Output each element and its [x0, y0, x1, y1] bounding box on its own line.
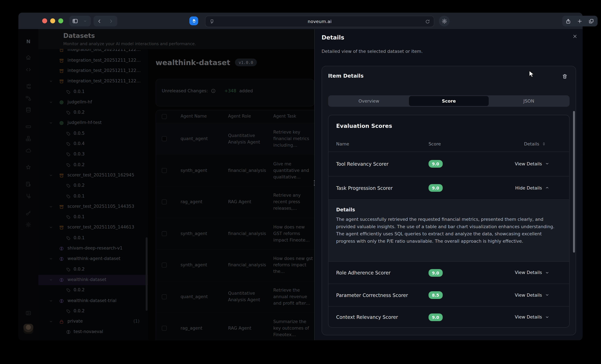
content-blocker-extension-button[interactable]	[189, 17, 198, 25]
sidebar-toggle-button[interactable]	[70, 16, 81, 26]
evaluation-scores-title: Evaluation Scores	[336, 123, 392, 129]
sort-icon[interactable]	[541, 142, 546, 146]
url-text: noveum.ai	[219, 19, 421, 24]
back-icon	[97, 19, 102, 24]
eval-column-name: Name	[336, 141, 349, 147]
expanded-details-text: The agent successfully retrieved the req…	[336, 216, 560, 245]
browser-settings-button[interactable]	[439, 16, 450, 26]
view-details-button[interactable]: View Details	[515, 292, 549, 298]
sidebar-menu-chevron[interactable]	[81, 16, 89, 26]
page-content: N Datasets Monitor and analyze your AI m…	[19, 29, 583, 340]
tab-json[interactable]: JSON	[489, 96, 569, 106]
evaluation-scores-card: Evaluation Scores Name Score Details Too…	[328, 115, 570, 328]
new-tab-button[interactable]	[574, 16, 585, 26]
eval-column-score: Score	[429, 141, 441, 147]
window-actions-group	[562, 16, 598, 26]
gear-icon	[441, 18, 447, 24]
view-details-button[interactable]: View Details	[515, 161, 549, 166]
forward-icon	[108, 19, 113, 24]
chevron-down-icon	[545, 293, 549, 297]
dim-overlay	[19, 29, 314, 340]
zoom-window-button[interactable]	[58, 19, 63, 23]
scorer-name: Parameter Correctness Scorer	[336, 292, 408, 298]
url-bar[interactable]: noveum.ai	[205, 16, 434, 27]
chevron-up-icon	[545, 186, 549, 190]
reload-button[interactable]	[421, 19, 434, 24]
scorer-row-context-relevancy-scorer: Context Relevancy Scorer9.0View Details	[328, 307, 569, 328]
item-details-card: Item Details OverviewScoreJSON Evaluatio…	[321, 66, 576, 335]
browser-window: noveum.ai N Datasets Monitor and	[19, 13, 583, 340]
share-button[interactable]	[562, 16, 574, 26]
scorer-name: Task Progression Scorer	[336, 185, 393, 191]
hand-shield-icon	[191, 18, 196, 23]
details-subtitle: Detailed view of the selected dataset or…	[321, 48, 423, 54]
details-tab-bar: OverviewScoreJSON	[328, 95, 570, 107]
sidebar-icon	[72, 18, 78, 24]
scorer-name: Role Adherence Scorer	[336, 270, 391, 276]
back-button[interactable]	[94, 16, 105, 26]
expanded-details-title: Details	[336, 207, 355, 212]
sidebar-toggle-group	[70, 16, 91, 26]
mouse-cursor	[529, 70, 535, 78]
tabs-icon	[588, 18, 594, 24]
eval-column-details: Details	[524, 141, 540, 147]
details-action-label: View Details	[515, 270, 542, 275]
close-details-button[interactable]	[572, 34, 579, 41]
trash-icon	[562, 73, 567, 79]
item-details-title: Item Details	[328, 73, 363, 79]
reader-view-button[interactable]	[205, 19, 219, 24]
details-action-label: View Details	[515, 314, 542, 320]
chevron-down-icon	[545, 162, 549, 166]
scorer-row-role-adherence-scorer: Role Adherence Scorer9.0View Details	[328, 262, 569, 284]
scorer-row-parameter-correctness-scorer: Parameter Correctness Scorer8.5View Deta…	[328, 284, 569, 307]
score-badge: 9.0	[429, 313, 443, 321]
view-details-button[interactable]: View Details	[515, 270, 549, 275]
reload-icon	[425, 19, 430, 24]
details-action-label: Hide Details	[515, 185, 542, 191]
hide-details-button[interactable]: Hide Details	[515, 185, 549, 191]
details-action-label: View Details	[515, 292, 542, 298]
score-badge: 9.0	[429, 269, 443, 277]
share-icon	[565, 18, 571, 24]
nav-button-group	[94, 16, 117, 26]
chevron-down-icon	[545, 270, 549, 275]
close-icon	[572, 34, 579, 39]
panel-scrollbar-thumb[interactable]	[573, 111, 575, 253]
score-badge: 9.0	[429, 160, 443, 168]
reader-icon	[210, 19, 214, 24]
details-panel: Details Detailed view of the selected da…	[314, 29, 582, 340]
view-details-button[interactable]: View Details	[515, 314, 549, 320]
chevron-down-icon	[545, 315, 549, 319]
scorer-details-expanded: DetailsThe agent successfully retrieved …	[328, 200, 569, 262]
score-badge: 8.5	[429, 291, 443, 299]
screenshot-stage: noveum.ai N Datasets Monitor and	[0, 0, 601, 364]
forward-button[interactable]	[105, 16, 116, 26]
browser-toolbar: noveum.ai	[19, 13, 583, 29]
details-action-label: View Details	[515, 161, 542, 166]
minimize-window-button[interactable]	[50, 19, 55, 23]
evaluation-table-header: Name Score Details	[328, 138, 569, 152]
scorer-row-tool-relevancy-scorer: Tool Relevancy Scorer9.0View Details	[328, 152, 569, 176]
scorer-name: Context Relevancy Scorer	[336, 314, 398, 320]
score-badge: 9.0	[429, 184, 443, 192]
close-window-button[interactable]	[42, 19, 47, 23]
tab-overview[interactable]: Overview	[329, 96, 409, 106]
tab-overview-button[interactable]	[585, 16, 597, 26]
tab-score[interactable]: Score	[409, 96, 489, 106]
scorer-name: Tool Relevancy Scorer	[336, 161, 389, 167]
scorer-row-task-progression-scorer: Task Progression Scorer9.0Hide Details	[328, 176, 569, 200]
details-title: Details	[321, 34, 344, 41]
delete-item-button[interactable]	[560, 71, 570, 81]
plus-icon	[577, 18, 582, 24]
chevron-down-icon	[83, 19, 87, 23]
panel-resize-handle[interactable]	[314, 180, 315, 185]
